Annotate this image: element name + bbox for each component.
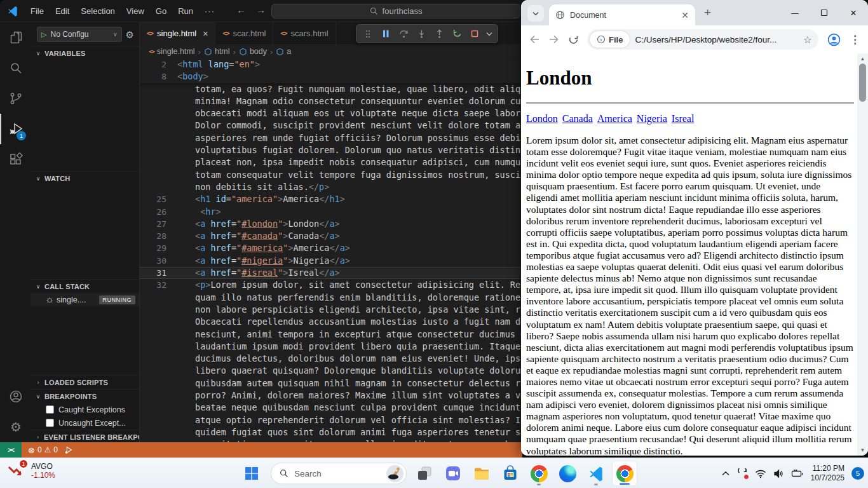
menu-selection[interactable]: Selection bbox=[75, 4, 120, 18]
menu-view[interactable]: View bbox=[121, 4, 150, 18]
code-line[interactable]: ducimus delectus, doloribus dolorum nam … bbox=[140, 353, 522, 365]
breakpoint-uncaught-exceptions[interactable]: Uncaught Except... bbox=[31, 416, 139, 430]
section-breakpoints[interactable]: ∨ BREAKPOINTS bbox=[31, 389, 139, 403]
page-link-canada[interactable]: Canada bbox=[562, 113, 593, 124]
debug-status-icon[interactable] bbox=[64, 445, 73, 454]
code-line[interactable]: totam consequatur velit tempore fuga dig… bbox=[140, 169, 522, 181]
run-and-debug-icon[interactable]: 1 bbox=[0, 114, 31, 144]
new-tab-icon[interactable]: + bbox=[704, 6, 711, 20]
forward-button[interactable] bbox=[548, 34, 560, 44]
section-loaded-scripts[interactable]: › LOADED SCRIPTS bbox=[31, 375, 139, 389]
code-line[interactable]: 30<a href="#nigeria">Nigeria</a> bbox=[140, 255, 522, 267]
tab-single.html[interactable]: <>single.html× bbox=[140, 22, 215, 44]
code-line[interactable]: obcaecati modi aliquam eos ut voluptate … bbox=[140, 107, 522, 119]
code-line[interactable]: 27<a href="#london">London</a> bbox=[140, 218, 522, 230]
search-sidebar-icon[interactable] bbox=[0, 53, 31, 83]
page-link-nigeria[interactable]: Nigeria bbox=[637, 113, 667, 124]
page-link-isreal[interactable]: Isreal bbox=[672, 113, 695, 124]
menu-go[interactable]: Go bbox=[150, 4, 172, 18]
stop-button[interactable] bbox=[467, 26, 482, 41]
code-line[interactable]: non labore perspiciatis eligendi archite… bbox=[140, 304, 522, 316]
scroll-down-icon[interactable]: ▼ bbox=[857, 445, 868, 455]
sync-alert-icon[interactable] bbox=[737, 468, 748, 479]
section-event-listener-breakpoints[interactable]: › EVENT LISTENER BREAKPO... bbox=[31, 430, 139, 442]
section-call-stack[interactable]: ∨ CALL STACK bbox=[31, 279, 139, 293]
accounts-icon[interactable] bbox=[0, 381, 31, 412]
tray-chevron-up-icon[interactable] bbox=[721, 470, 730, 477]
vscode-button[interactable] bbox=[583, 461, 609, 486]
toolbar-more-icon[interactable] bbox=[485, 26, 494, 41]
code-line[interactable]: nesciunt, animi tempora in excepturi atq… bbox=[140, 329, 522, 341]
close-tab-icon[interactable]: ✕ bbox=[681, 10, 689, 20]
file-chip[interactable]: File bbox=[590, 31, 630, 48]
section-watch[interactable]: ∨ WATCH bbox=[31, 171, 139, 185]
start-debug-icon[interactable]: ▷ bbox=[41, 30, 46, 39]
pause-button[interactable] bbox=[378, 26, 393, 41]
breadcrumb-item[interactable]: a bbox=[276, 47, 291, 56]
code-line[interactable]: minima! Magnam odio consectetur consequu… bbox=[140, 95, 522, 107]
checkbox[interactable] bbox=[46, 405, 54, 414]
debug-config-dropdown[interactable]: ▷ No Configu ∨ bbox=[37, 27, 122, 42]
history-forward-icon[interactable]: → bbox=[256, 4, 266, 15]
chrome-active-button[interactable] bbox=[612, 461, 637, 486]
close-window-button[interactable]: ✕ bbox=[839, 0, 868, 25]
edge-button[interactable] bbox=[555, 461, 580, 486]
browser-tab[interactable]: Document ✕ bbox=[549, 4, 695, 25]
notification-badge[interactable]: 5 bbox=[851, 467, 864, 480]
code-line[interactable]: 26 <hr> bbox=[140, 206, 522, 218]
history-back-icon[interactable]: ← bbox=[236, 4, 246, 15]
wifi-icon[interactable] bbox=[755, 469, 766, 478]
code-line[interactable]: quam illo natus perferendis enim blandit… bbox=[140, 292, 522, 304]
code-line[interactable]: Dolor commodi, suscipit provident nesciu… bbox=[140, 119, 522, 132]
code-line[interactable]: 28<a href="#canada">Canada</a> bbox=[140, 230, 522, 242]
breadcrumb-item[interactable]: body bbox=[239, 47, 267, 56]
code-line[interactable]: 8<body> bbox=[140, 71, 522, 83]
chat-button[interactable] bbox=[440, 461, 466, 486]
clock[interactable]: 11:20 PM 10/7/2025 bbox=[811, 464, 844, 483]
menu-edit[interactable]: Edit bbox=[50, 4, 75, 18]
maximize-button[interactable] bbox=[810, 0, 839, 25]
start-button[interactable] bbox=[244, 466, 259, 481]
file-explorer-button[interactable] bbox=[469, 461, 494, 486]
code-line[interactable]: 31<a href="#isreal">Isreal</a> bbox=[140, 267, 522, 279]
code-line[interactable]: beatae neque quibusdam nesciunt culpa pr… bbox=[140, 402, 522, 414]
code-line[interactable]: libero quaerat quisquam? Doloremque blan… bbox=[140, 365, 522, 377]
restart-button[interactable] bbox=[449, 26, 465, 41]
remote-indicator[interactable]: >< bbox=[0, 442, 22, 458]
step-out-button[interactable] bbox=[431, 26, 447, 41]
minimize-button[interactable]: — bbox=[780, 0, 810, 25]
problems-indicator[interactable]: ⊗ 0 ⚠ 0 bbox=[28, 445, 58, 454]
step-over-button[interactable] bbox=[396, 26, 411, 41]
menu-overflow[interactable]: ··· bbox=[199, 4, 220, 18]
code-line[interactable]: 25<h1 id="america">America</h1> bbox=[140, 193, 522, 205]
tab-scar.html[interactable]: <>scar.html bbox=[215, 22, 273, 44]
code-line[interactable]: placeat non, ipsa impedit nobis consequa… bbox=[140, 156, 522, 168]
configure-gear-icon[interactable]: ⚙ bbox=[126, 30, 134, 39]
url-text[interactable]: C:/Users/HP/Desktop/website2/four... bbox=[635, 35, 797, 44]
settings-gear-icon[interactable]: ⚙ bbox=[0, 412, 31, 442]
code-line[interactable]: atque optio reprehenderit dolorum vel of… bbox=[140, 414, 522, 426]
page-link-america[interactable]: America bbox=[597, 113, 632, 124]
call-stack-row[interactable]: single.... RUNNING bbox=[31, 293, 139, 306]
tab-search-chevron-icon[interactable] bbox=[527, 5, 544, 22]
code-line[interactable]: voluptatibus fugiat dolorem. Dolorum quo… bbox=[140, 144, 522, 156]
back-button[interactable] bbox=[529, 34, 540, 44]
scrollbar[interactable]: ▲ ▼ bbox=[857, 53, 868, 456]
widgets-button[interactable]: 1 AVGO -1.10% bbox=[6, 461, 55, 480]
extensions-icon[interactable] bbox=[0, 144, 31, 175]
breakpoint-caught-exceptions[interactable]: Caught Exceptions bbox=[31, 403, 139, 416]
code-line[interactable]: totam, ea quos? Fugit numquam molestiae,… bbox=[140, 83, 522, 95]
code-line[interactable]: non debitis sit alias.</p> bbox=[140, 181, 522, 193]
browser-menu-icon[interactable]: ⋮ bbox=[850, 33, 860, 46]
volume-icon[interactable] bbox=[773, 469, 784, 478]
close-tab-icon[interactable]: × bbox=[203, 29, 208, 39]
code-line[interactable]: 2<html lang="en"> bbox=[140, 58, 522, 71]
step-into-button[interactable] bbox=[414, 26, 429, 41]
scrollbar-thumb[interactable] bbox=[859, 64, 866, 102]
microsoft-store-button[interactable] bbox=[498, 461, 523, 486]
code-editor[interactable]: totam, ea quos? Fugit numquam molestiae,… bbox=[140, 83, 522, 442]
bookmark-star-icon[interactable]: ☆ bbox=[803, 34, 812, 46]
source-control-icon[interactable] bbox=[0, 83, 31, 114]
scroll-up-icon[interactable]: ▲ bbox=[857, 54, 868, 64]
taskbar-search[interactable]: Search bbox=[271, 463, 407, 484]
